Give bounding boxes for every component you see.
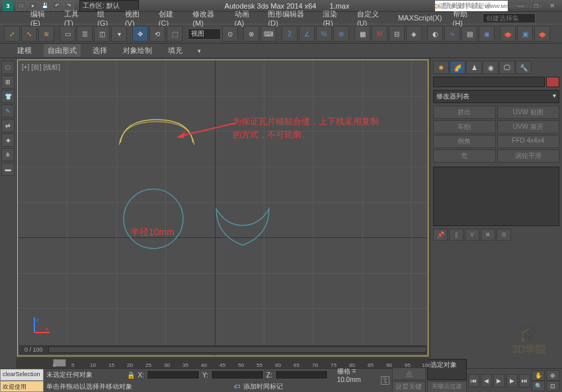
material-editor-icon[interactable]: ◉ [479, 26, 495, 42]
snap-percent-icon[interactable]: % [316, 26, 332, 42]
constraint-icon[interactable]: ⊞ [1, 75, 15, 89]
y-coord-input[interactable] [211, 370, 264, 379]
x-coord-input[interactable] [147, 370, 200, 379]
layers-icon[interactable]: ◈ [406, 26, 422, 42]
pin-stack-icon[interactable]: 📌 [433, 229, 448, 241]
menu-graph[interactable]: 图形编辑器(D) [264, 8, 316, 28]
move-icon[interactable]: ✥ [132, 26, 148, 42]
play-icon[interactable]: ▶ [493, 374, 504, 387]
menu-animation[interactable]: 动画(A) [231, 8, 262, 28]
poly-icon[interactable]: ⬡ [1, 61, 15, 74]
rotate-icon[interactable]: ⟲ [149, 26, 165, 42]
zoom-icon[interactable]: 🔍 [532, 381, 545, 391]
unlink-icon[interactable]: ⤡ [21, 26, 37, 42]
snap-spinner-icon[interactable]: ⊚ [333, 26, 349, 42]
mod-lathe-button[interactable]: 车削 [433, 120, 496, 134]
snap-angle-icon[interactable]: ∠ [299, 26, 315, 42]
select-name-icon[interactable]: ☰ [77, 26, 93, 42]
maximize-viewport-icon[interactable]: ⊡ [546, 381, 559, 391]
menu-help[interactable]: 帮助(H) [449, 8, 481, 28]
curve-editor-icon[interactable]: ∿ [444, 26, 460, 42]
menu-custom[interactable]: 自定义(U) [353, 8, 391, 28]
graphite-icon[interactable]: ◐ [427, 26, 443, 42]
key-filter-button[interactable]: 关键点过滤器... [427, 381, 467, 392]
mod-unwrap-button[interactable]: UVW 展开 [497, 120, 560, 134]
unique-icon[interactable]: ∀ [465, 229, 479, 241]
create-tab-icon[interactable]: ✹ [433, 61, 449, 74]
menu-edit[interactable]: 编辑(E) [26, 8, 58, 28]
schematic-icon[interactable]: ▤ [462, 26, 477, 42]
z-coord-input[interactable] [275, 370, 328, 379]
flatten-icon[interactable]: ▬ [1, 163, 15, 176]
pan-icon[interactable]: ✋ [532, 370, 545, 381]
mod-extrude-button[interactable]: 挤出 [433, 106, 496, 119]
time-tag-button[interactable]: 添加时间标记 [243, 382, 283, 391]
orbit-icon[interactable]: ⊕ [546, 370, 559, 381]
modifier-list-dropdown[interactable]: 修改器列表▾ [433, 90, 559, 103]
tab-populate[interactable]: 填充 [164, 44, 186, 57]
utilities-tab-icon[interactable]: 🔧 [516, 61, 532, 74]
set-key-button[interactable]: 设置关键点 [392, 381, 426, 392]
select-icon[interactable]: ▭ [60, 26, 75, 42]
viewport-label[interactable]: [+] [前] [线框] [22, 63, 60, 72]
mod-ffd-button[interactable]: FFD 4x4x4 [497, 135, 560, 148]
show-result-icon[interactable]: ∥ [449, 229, 463, 241]
mirror-icon[interactable]: M [372, 26, 387, 42]
ribbon-icon[interactable]: ▾ [194, 46, 204, 56]
time-ruler[interactable]: 0 5 10 15 20 25 30 35 40 45 50 55 60 65 … [16, 358, 430, 368]
close-button[interactable]: ✕ [545, 1, 559, 11]
mod-bevel-button[interactable]: 倒角 [433, 135, 496, 148]
render-icon[interactable]: 🫖 [534, 26, 550, 42]
viewport-front[interactable]: [+] [前] [线框] [17, 59, 428, 356]
tab-modeling[interactable]: 建模 [13, 44, 36, 57]
mod-shell-button[interactable]: 壳 [433, 149, 496, 163]
named-sel-icon[interactable]: ▦ [354, 26, 370, 42]
filter-icon[interactable]: ▾ [111, 26, 127, 42]
brush-icon[interactable]: ✎ [1, 104, 15, 118]
select-region-icon[interactable]: ◫ [94, 26, 110, 42]
goto-end-icon[interactable]: ⏭ [519, 374, 530, 387]
shift-icon[interactable]: ⇄ [1, 119, 15, 132]
hierarchy-tab-icon[interactable]: ♟ [466, 61, 482, 74]
keyboard-icon[interactable]: ⌨ [261, 26, 276, 42]
align-icon[interactable]: ⊟ [389, 26, 405, 42]
crescent-spline[interactable] [210, 189, 276, 255]
remove-mod-icon[interactable]: ✖ [481, 229, 495, 241]
menu-view[interactable]: 视图(V) [121, 8, 152, 28]
menu-modifier[interactable]: 修改器(M) [188, 8, 227, 28]
selection-set-input[interactable] [483, 13, 536, 23]
modify-tab-icon[interactable]: 🌈 [450, 61, 465, 74]
coord-system-select[interactable] [188, 28, 221, 40]
snap-2d-icon[interactable]: 2 [282, 26, 298, 42]
tab-select[interactable]: 选择 [89, 44, 111, 57]
optimize-icon[interactable]: ◈ [1, 134, 15, 147]
modifier-stack[interactable] [433, 167, 559, 226]
mod-uvwmap-button[interactable]: UVW 贴图 [497, 106, 560, 119]
render-frame-icon[interactable]: ▣ [517, 26, 533, 42]
motion-tab-icon[interactable]: ◉ [483, 61, 499, 74]
menu-tools[interactable]: 工具(T) [60, 8, 91, 28]
configure-icon[interactable]: ⚙ [497, 229, 511, 241]
circle-spline[interactable] [120, 186, 186, 252]
mod-turbosmooth-button[interactable]: 涡轮平滑 [497, 149, 560, 163]
qat-new-icon[interactable]: □ [16, 1, 26, 11]
goto-start-icon[interactable]: ⏮ [468, 374, 479, 387]
viewport-slider[interactable]: 0 / 100 [19, 345, 426, 354]
render-setup-icon[interactable]: 🫖 [500, 26, 516, 42]
shirt-icon[interactable]: 👕 [1, 90, 15, 103]
menu-maxscript[interactable]: MAXScript(X) [394, 13, 446, 23]
bind-icon[interactable]: ≋ [38, 26, 54, 42]
menu-create[interactable]: 创建(C) [155, 8, 186, 28]
object-color-swatch[interactable] [546, 77, 559, 87]
next-frame-icon[interactable]: ▶ [506, 374, 518, 387]
app-icon[interactable]: 3 [3, 1, 13, 11]
display-tab-icon[interactable]: 🖵 [499, 61, 515, 74]
object-name-input[interactable] [433, 77, 545, 87]
select-link-icon[interactable]: ⤢ [4, 26, 20, 42]
prev-frame-icon[interactable]: ◀ [481, 374, 492, 387]
branch-icon[interactable]: ⋔ [1, 148, 15, 161]
menu-render[interactable]: 渲染(R) [319, 8, 350, 28]
scale-icon[interactable]: ⬚ [167, 26, 182, 42]
tab-object-paint[interactable]: 对象绘制 [119, 44, 156, 57]
key-target-select[interactable]: 选定对象 [427, 359, 467, 380]
